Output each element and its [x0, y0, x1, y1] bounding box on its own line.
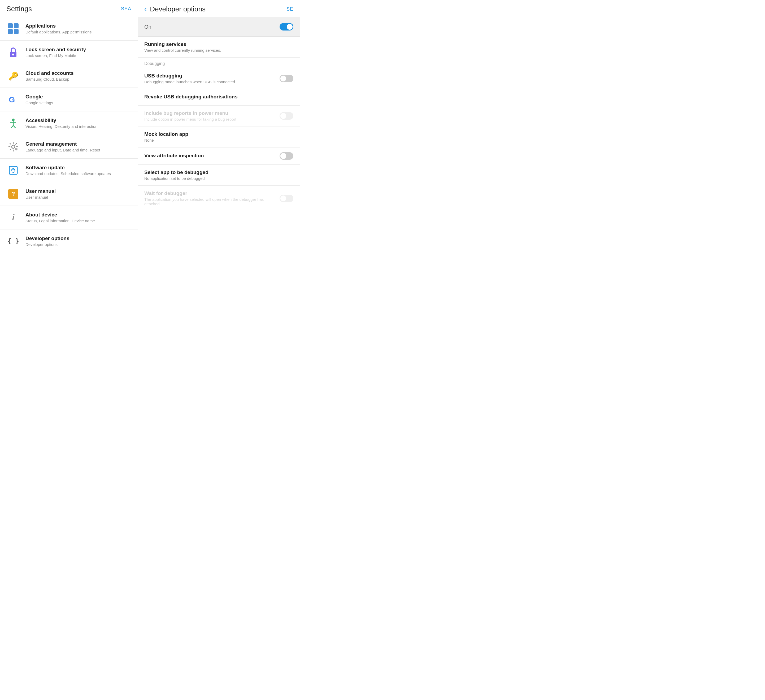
applications-icon	[6, 22, 20, 36]
select-app-debug-subtitle: No application set to be debugged	[144, 176, 293, 181]
bug-reports-subtitle: Include option in power menu for taking …	[144, 117, 280, 121]
svg-point-8	[12, 145, 15, 148]
accessibility-subtitle: Vision, Hearing, Dexterity and interacti…	[25, 124, 98, 129]
software-update-title: Software update	[25, 165, 111, 171]
user-manual-icon: ?	[6, 187, 20, 201]
user-manual-title: User manual	[25, 188, 56, 194]
lock-icon	[6, 46, 20, 59]
settings-item-lock-screen[interactable]: Lock screen and security Lock screen, Fi…	[0, 41, 138, 64]
settings-item-applications[interactable]: Applications Default applications, App p…	[0, 17, 138, 41]
about-device-subtitle: Status, Legal information, Device name	[25, 219, 95, 223]
back-button[interactable]: ‹	[144, 5, 147, 13]
settings-list: Applications Default applications, App p…	[0, 17, 138, 278]
google-title: Google	[25, 94, 53, 100]
developer-search-button[interactable]: SE	[286, 6, 293, 12]
accessibility-icon	[6, 116, 20, 130]
developer-title: Developer options	[150, 5, 286, 13]
dev-item-mock-location[interactable]: Mock location app None	[138, 126, 300, 148]
settings-item-developer-options[interactable]: { } Developer options Developer options	[0, 230, 138, 253]
running-services-title: Running services	[144, 41, 293, 47]
general-management-title: General management	[25, 141, 100, 147]
svg-line-6	[11, 126, 13, 128]
cloud-title: Cloud and accounts	[25, 70, 74, 76]
settings-item-software-update[interactable]: Software update Download updates, Schedu…	[0, 159, 138, 182]
cloud-icon: 🔑	[6, 69, 20, 83]
about-device-icon: i	[6, 211, 20, 224]
developer-header: ‹ Developer options SE	[138, 0, 300, 17]
svg-point-3	[12, 119, 14, 121]
cloud-subtitle: Samsung Cloud, Backup	[25, 77, 74, 82]
mock-location-subtitle: None	[144, 138, 293, 142]
running-services-subtitle: View and control currently running servi…	[144, 48, 293, 52]
settings-search-button[interactable]: SEA	[121, 6, 131, 12]
mock-location-title: Mock location app	[144, 131, 293, 137]
on-label: On	[144, 24, 151, 30]
settings-item-user-manual[interactable]: ? User manual User manual	[0, 182, 138, 206]
bug-reports-title: Include bug reports in power menu	[144, 110, 280, 116]
developer-list: On Running services View and control cur…	[138, 17, 300, 278]
revoke-usb-title: Revoke USB debugging authorisations	[144, 94, 293, 100]
developer-on-row[interactable]: On	[138, 17, 300, 36]
settings-title: Settings	[6, 5, 32, 13]
developer-options-subtitle: Developer options	[25, 242, 69, 247]
wait-debugger-subtitle: The application you have selected will o…	[144, 197, 280, 206]
dev-item-usb-debugging[interactable]: USB debugging Debugging mode launches wh…	[138, 68, 300, 89]
google-subtitle: Google settings	[25, 101, 53, 105]
svg-line-7	[13, 126, 16, 128]
dev-item-revoke-usb[interactable]: Revoke USB debugging authorisations	[138, 89, 300, 105]
svg-rect-10	[9, 166, 17, 174]
developer-options-icon: { }	[6, 234, 20, 248]
user-manual-subtitle: User manual	[25, 195, 56, 200]
general-management-subtitle: Language and input, Date and time, Reset	[25, 148, 100, 152]
select-app-debug-title: Select app to be debugged	[144, 170, 293, 175]
svg-rect-1	[12, 53, 14, 55]
dev-item-running-services[interactable]: Running services View and control curren…	[138, 36, 300, 58]
settings-item-accessibility[interactable]: Accessibility Vision, Hearing, Dexterity…	[0, 112, 138, 135]
dev-item-view-attribute[interactable]: View attribute inspection	[138, 148, 300, 165]
developer-on-toggle[interactable]	[280, 23, 293, 30]
google-icon: G	[6, 93, 20, 106]
applications-title: Applications	[25, 23, 91, 29]
dev-item-wait-debugger: Wait for debugger The application you ha…	[138, 186, 300, 211]
settings-item-cloud[interactable]: 🔑 Cloud and accounts Samsung Cloud, Back…	[0, 64, 138, 88]
usb-debugging-title: USB debugging	[144, 73, 280, 79]
gear-icon	[6, 140, 20, 154]
settings-item-about-device[interactable]: i About device Status, Legal information…	[0, 206, 138, 230]
settings-item-general-management[interactable]: General management Language and input, D…	[0, 135, 138, 159]
developer-panel: ‹ Developer options SE On Running servic…	[138, 0, 300, 278]
usb-debugging-toggle[interactable]	[280, 75, 293, 82]
dev-item-select-app-debug[interactable]: Select app to be debugged No application…	[138, 165, 300, 186]
bug-reports-toggle	[280, 112, 293, 120]
applications-subtitle: Default applications, App permissions	[25, 30, 91, 34]
usb-debugging-subtitle: Debugging mode launches when USB is conn…	[144, 80, 280, 84]
software-update-subtitle: Download updates, Scheduled software upd…	[25, 171, 111, 176]
accessibility-title: Accessibility	[25, 118, 98, 123]
lock-screen-subtitle: Lock screen, Find My Mobile	[25, 53, 86, 58]
settings-item-google[interactable]: G Google Google settings	[0, 88, 138, 112]
settings-header: Settings SEA	[0, 0, 138, 17]
view-attribute-toggle[interactable]	[280, 152, 293, 160]
settings-panel: Settings SEA Applications Default applic…	[0, 0, 138, 278]
view-attribute-title: View attribute inspection	[144, 153, 280, 159]
wait-debugger-title: Wait for debugger	[144, 190, 280, 196]
software-update-icon	[6, 164, 20, 177]
debugging-section-header: Debugging	[138, 58, 300, 68]
lock-screen-title: Lock screen and security	[25, 47, 86, 52]
wait-debugger-toggle	[280, 195, 293, 202]
dev-item-bug-reports: Include bug reports in power menu Includ…	[138, 105, 300, 126]
developer-options-title: Developer options	[25, 236, 69, 241]
about-device-title: About device	[25, 212, 95, 218]
svg-text:G: G	[9, 95, 15, 104]
